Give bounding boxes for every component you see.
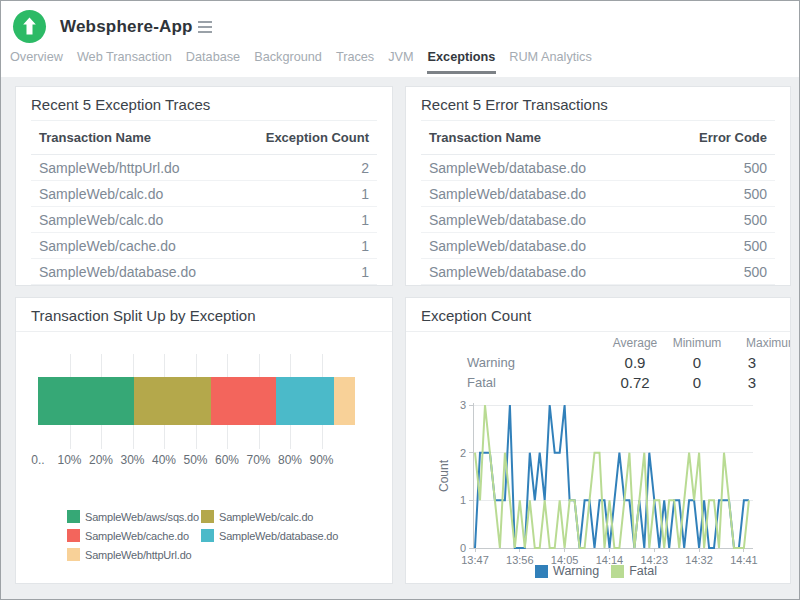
x-axis-tick-label: 80%	[278, 453, 302, 467]
stats-value: 3	[718, 374, 786, 391]
legend-label: Warning	[553, 564, 599, 578]
bar-segment-sampleweb-database-do[interactable]	[276, 377, 334, 425]
hamburger-menu-icon[interactable]	[198, 21, 212, 36]
line-chart: 012313:4713:5614:0514:1414:2314:3214:41	[446, 398, 758, 584]
panel-exception-count: Exception Count AverageMinimumMaximumWar…	[405, 297, 791, 584]
value-cell: 1	[204, 207, 377, 233]
x-axis-tick-label: 50%	[183, 453, 207, 467]
panel-transaction-split: Transaction Split Up by Exception 0..10%…	[15, 297, 393, 584]
legend-item[interactable]: Warning	[535, 564, 599, 578]
table-header-row: Transaction Name Exception Count	[31, 121, 377, 155]
stats-value: 0.72	[602, 374, 668, 391]
stats-value: 0.9	[602, 354, 668, 371]
legend-label: SampleWeb/aws/sqs.do	[85, 511, 199, 523]
transaction-name: SampleWeb/database.do	[421, 259, 598, 285]
legend-swatch	[201, 529, 214, 542]
x-axis-tick-label: 70%	[246, 453, 270, 467]
panel-title: Transaction Split Up by Exception	[16, 298, 392, 331]
x-axis-tick-label: 20%	[89, 453, 113, 467]
svg-text:2: 2	[460, 447, 466, 459]
column-header-error-code: Error Code	[598, 121, 775, 155]
table-row: SampleWeb/calc.do1	[31, 181, 377, 207]
legend-label: SampleWeb/database.do	[219, 530, 338, 542]
legend-swatch	[201, 510, 214, 523]
value-cell: 500	[598, 259, 775, 285]
panel-title: Recent 5 Error Transactions	[406, 87, 790, 120]
legend-swatch	[67, 510, 80, 523]
transaction-name: SampleWeb/database.do	[31, 259, 204, 285]
panel-title: Recent 5 Exception Traces	[16, 87, 392, 120]
x-axis-tick-label: 0..	[31, 453, 44, 467]
tab-jvm[interactable]: JVM	[387, 47, 414, 71]
table-row: SampleWeb/database.do500	[421, 207, 775, 233]
bar-segment-sampleweb-aws-sqs-do[interactable]	[38, 377, 134, 425]
table-row: SampleWeb/database.do500	[421, 259, 775, 285]
panel-recent-error-transactions: Recent 5 Error Transactions Transaction …	[405, 86, 791, 286]
transaction-name: SampleWeb/cache.do	[31, 233, 204, 259]
tab-exceptions[interactable]: Exceptions	[427, 47, 497, 74]
table-row: SampleWeb/database.do500	[421, 233, 775, 259]
legend-swatch	[611, 565, 624, 578]
svg-text:3: 3	[460, 399, 466, 411]
stats-column-header: Minimum	[668, 336, 726, 350]
legend-label: SampleWeb/cache.do	[85, 530, 189, 542]
value-cell: 500	[598, 155, 775, 181]
value-cell: 2	[204, 155, 377, 181]
tab-database[interactable]: Database	[185, 47, 241, 71]
transaction-name: SampleWeb/calc.do	[31, 181, 204, 207]
legend-item[interactable]: SampleWeb/calc.do	[201, 510, 338, 523]
bar-segment-sampleweb-httpurl-do[interactable]	[334, 377, 355, 425]
stats-row-fatal: Fatal0.7203	[406, 372, 791, 392]
x-axis-tick-label: 30%	[120, 453, 144, 467]
table-row: SampleWeb/database.do500	[421, 181, 775, 207]
legend-item[interactable]: Fatal	[611, 564, 657, 578]
x-axis-tick-label: 40%	[152, 453, 176, 467]
column-header-transaction-name: Transaction Name	[31, 121, 204, 155]
legend-item[interactable]: SampleWeb/cache.do	[67, 529, 201, 542]
stats-column-header: Average	[602, 336, 668, 350]
table-row: SampleWeb/database.do1	[31, 259, 377, 285]
bar-segment-sampleweb-calc-do[interactable]	[134, 377, 211, 425]
value-cell: 500	[598, 181, 775, 207]
value-cell: 500	[598, 207, 775, 233]
stats-header-row: AverageMinimumMaximum	[406, 334, 791, 352]
exception-traces-table: Transaction Name Exception Count SampleW…	[31, 120, 377, 285]
tab-rum-analytics[interactable]: RUM Analytics	[508, 47, 593, 71]
app-status-icon	[13, 10, 46, 43]
stacked-bar-chart: 0..10%20%30%40%50%60%70%80%90%	[38, 354, 355, 449]
table-row: SampleWeb/cache.do1	[31, 233, 377, 259]
tab-traces[interactable]: Traces	[335, 47, 375, 71]
legend-item[interactable]: SampleWeb/database.do	[201, 529, 338, 542]
transaction-name: SampleWeb/database.do	[421, 233, 598, 259]
svg-text:1: 1	[460, 494, 466, 506]
tab-bar: OverviewWeb TransactionDatabaseBackgroun…	[9, 47, 593, 74]
transaction-name: SampleWeb/calc.do	[31, 207, 204, 233]
transaction-name: SampleWeb/database.do	[421, 155, 598, 181]
value-cell: 1	[204, 181, 377, 207]
tab-web-transaction[interactable]: Web Transaction	[76, 47, 173, 71]
bar-segment-sampleweb-cache-do[interactable]	[211, 377, 276, 425]
table-row: SampleWeb/calc.do1	[31, 207, 377, 233]
exception-count-stats: AverageMinimumMaximumWarning0.903Fatal0.…	[406, 334, 791, 392]
stats-series-label: Fatal	[406, 375, 602, 390]
stats-value: 3	[718, 354, 786, 371]
stats-row-warning: Warning0.903	[406, 352, 791, 372]
error-transactions-table: Transaction Name Error Code SampleWeb/da…	[421, 120, 775, 285]
legend-item[interactable]: SampleWeb/aws/sqs.do	[67, 510, 201, 523]
legend-swatch	[67, 529, 80, 542]
legend-swatch	[67, 548, 80, 561]
stats-series-label: Warning	[406, 355, 602, 370]
table-row: SampleWeb/httpUrl.do2	[31, 155, 377, 181]
stacked-bar	[38, 377, 355, 425]
legend-label: Fatal	[629, 564, 657, 578]
tab-background[interactable]: Background	[253, 47, 323, 71]
legend-item[interactable]: SampleWeb/httpUrl.do	[67, 548, 201, 561]
panel-title: Exception Count	[406, 298, 790, 331]
table-header-row: Transaction Name Error Code	[421, 121, 775, 155]
stats-column-header: Maximum	[738, 336, 791, 350]
divider	[16, 331, 392, 332]
tab-overview[interactable]: Overview	[9, 47, 64, 71]
panel-recent-exception-traces: Recent 5 Exception Traces Transaction Na…	[15, 86, 393, 286]
x-axis-tick-label: 10%	[57, 453, 81, 467]
value-cell: 1	[204, 259, 377, 285]
